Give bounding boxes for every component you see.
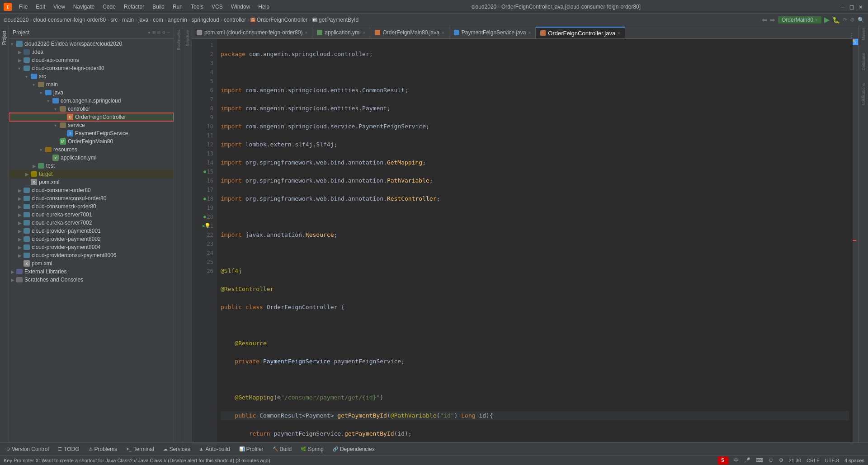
tree-java-folder[interactable]: ▾ java [9, 89, 174, 97]
menu-file[interactable]: File [15, 3, 31, 11]
bottom-tab-problems[interactable]: ⚠ Problems [84, 445, 122, 453]
input-icon2[interactable]: 🗨 [769, 458, 774, 463]
bc-module[interactable]: cloud-consumer-feign-order80 [33, 17, 106, 23]
tree-payment8001[interactable]: ▶ cloud-provider-payment8001 [9, 227, 174, 235]
bottom-tab-dependencies[interactable]: 🔗 Dependencies [328, 445, 379, 453]
tree-order-main80[interactable]: M OrderFeignMain80 [9, 137, 174, 146]
bottom-tab-services[interactable]: ☁ Services [159, 445, 195, 453]
bc-orderctrl[interactable]: OrderFeignController [257, 17, 308, 23]
tab-ordermain-close[interactable]: × [442, 30, 444, 35]
tree-payment8004[interactable]: ▶ cloud-provider-payment8004 [9, 243, 174, 251]
menu-refactor[interactable]: Refactor [120, 3, 148, 11]
tab-payment-service[interactable]: PaymentFeignService.java × [449, 27, 536, 38]
tree-orderfeign-ctrl[interactable]: C OrderFeignController [9, 113, 174, 121]
tab-orderctrl-close[interactable]: × [618, 31, 620, 36]
editor-scrollbar[interactable]: 1 [853, 39, 858, 442]
toolbar-icon3[interactable]: 🔍 [858, 17, 864, 23]
status-indent[interactable]: 4 spaces [844, 458, 864, 463]
collapse-all-icon[interactable]: ⊟ [157, 29, 160, 35]
tree-test[interactable]: ▶ test [9, 162, 174, 170]
menu-vcs[interactable]: VCS [208, 3, 226, 11]
menu-window[interactable]: Window [227, 3, 254, 11]
bc-main[interactable]: main [122, 17, 134, 23]
bottom-tab-version-control[interactable]: ⊙ Version Control [2, 445, 53, 453]
menu-tools[interactable]: Tools [187, 3, 207, 11]
input-icon3[interactable]: ⚙ [779, 457, 783, 463]
tree-ext-libs[interactable]: ▶ External Libraries [9, 268, 174, 276]
menu-run[interactable]: Run [169, 3, 186, 11]
notifications-icon[interactable]: Notifications [861, 83, 866, 105]
tree-feign-order80[interactable]: ▾ cloud-consumer-feign-order80 [9, 64, 174, 72]
tab-overflow-icon[interactable]: ⋮ [849, 32, 854, 38]
tree-consumer-order80[interactable]: ▶ cloud-consumer-order80 [9, 186, 174, 194]
tree-service-folder[interactable]: ▾ service [9, 121, 174, 129]
menu-navigate[interactable]: Navigate [70, 3, 98, 11]
debug-button[interactable]: 🐛 [832, 16, 840, 23]
project-sidebar-icon[interactable]: Project [1, 28, 8, 47]
bc-src[interactable]: src [110, 17, 118, 23]
tree-idea[interactable]: ▶ .idea [9, 48, 174, 56]
tree-consumerconsul[interactable]: ▶ cloud-consumerconsul-order80 [9, 194, 174, 202]
tree-payment-service[interactable]: I PaymentFeignService [9, 129, 174, 137]
run-config-dropdown-icon[interactable]: ▾ [815, 17, 818, 23]
status-encoding[interactable]: UTF-8 [825, 458, 839, 463]
bookmarks-icon[interactable]: Bookmarks [175, 28, 182, 52]
tree-app-yml[interactable]: Y application.yml [9, 154, 174, 162]
bc-method[interactable]: getPaymentById [319, 17, 359, 23]
settings-icon[interactable]: ⚙ [162, 29, 165, 35]
tab-pom[interactable]: pom.xml (cloud-consumer-feign-order80) × [192, 27, 312, 38]
tab-ordermain[interactable]: OrderFeignMain80.java × [370, 27, 449, 38]
bc-springcloud[interactable]: springcloud [192, 17, 219, 23]
tree-pom-feign[interactable]: X pom.xml [9, 178, 174, 186]
bottom-tab-profiler[interactable]: 📊 Profiler [235, 445, 268, 453]
menu-build[interactable]: Build [149, 3, 168, 11]
tab-yml-close[interactable]: × [363, 30, 366, 35]
menu-view[interactable]: View [50, 3, 69, 11]
database-icon[interactable]: Database [861, 53, 866, 70]
tree-scratches[interactable]: ▶ Scratches and Consoles [9, 276, 174, 284]
tab-pom-close[interactable]: × [305, 30, 307, 35]
tree-pom-root[interactable]: X pom.xml [9, 259, 174, 268]
structure-icon[interactable]: Structure [184, 28, 191, 48]
bc-back-btn[interactable]: ⬅ [762, 16, 767, 23]
bc-angenin[interactable]: angenin [168, 17, 187, 23]
toolbar-icon2[interactable]: ⚙ [850, 17, 855, 23]
dropdown-icon[interactable]: ▾ [147, 29, 151, 36]
bottom-tab-auto-build[interactable]: ▲ Auto-build [195, 445, 235, 453]
mic-icon[interactable]: 🎤 [744, 457, 750, 463]
bc-cloud2020[interactable]: cloud2020 [4, 17, 28, 23]
tree-payment8002[interactable]: ▶ cloud-provider-payment8002 [9, 235, 174, 243]
maximize-button[interactable]: □ [848, 3, 855, 10]
bottom-tab-spring[interactable]: 🌿 Spring [296, 445, 328, 453]
tree-pkg[interactable]: ▾ com.angenin.springcloud [9, 97, 174, 105]
menu-edit[interactable]: Edit [32, 3, 49, 11]
run-config-label[interactable]: OrderMain80 [782, 17, 813, 23]
expand-all-icon[interactable]: ⊞ [153, 29, 156, 35]
bc-forward-btn[interactable]: ➡ [770, 16, 775, 23]
tree-resources[interactable]: ▾ resources [9, 146, 174, 154]
maven-icon[interactable]: Maven [861, 28, 866, 40]
tree-eureka7002[interactable]: ▶ cloud-eureka-server7002 [9, 219, 174, 227]
bc-controller[interactable]: controller [224, 17, 246, 23]
code-editor[interactable]: 1 2 3 4 5 6 7 8 9 10 11 12 13 14 ● [192, 39, 858, 442]
tab-yml[interactable]: application.yml × [312, 27, 370, 38]
tree-eureka7001[interactable]: ▶ cloud-eureka-server7001 [9, 211, 174, 219]
toolbar-icon1[interactable]: ⟳ [843, 17, 847, 23]
run-button[interactable]: ▶ [824, 15, 830, 24]
keyboard-icon[interactable]: ⌨ [756, 457, 763, 463]
close-button[interactable]: × [857, 3, 864, 10]
tree-target[interactable]: ▶ target [9, 170, 174, 178]
tab-payment-service-close[interactable]: × [528, 30, 531, 35]
bottom-tab-terminal[interactable]: >_ Terminal [122, 445, 158, 453]
tree-providerconsul8006[interactable]: ▶ cloud-providerconsul-payment8006 [9, 251, 174, 259]
status-line-ending[interactable]: CRLF [807, 458, 820, 463]
bottom-tab-build[interactable]: 🔨 Build [268, 445, 297, 453]
tree-api-commons[interactable]: ▶ cloud-api-commons [9, 56, 174, 64]
bottom-tab-todo[interactable]: ☰ TODO [53, 445, 84, 453]
tree-root[interactable]: ▾ cloud2020 E:/idea-workspace/cloud2020 [9, 40, 174, 48]
bc-java[interactable]: java [138, 17, 148, 23]
code-content[interactable]: package com.angenin.springcloud.controll… [217, 39, 853, 442]
hide-panel-icon[interactable]: — [167, 29, 170, 35]
tree-main[interactable]: ▾ main [9, 80, 174, 89]
minimize-button[interactable]: − [839, 3, 846, 10]
